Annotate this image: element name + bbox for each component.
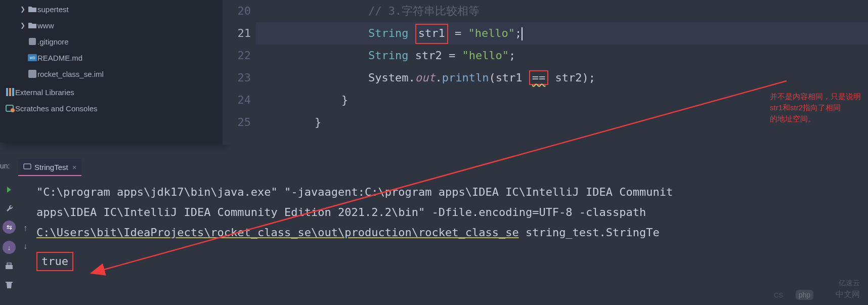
console-output: true: [36, 252, 73, 271]
tree-item-iml[interactable]: rocket_class_se.iml: [0, 66, 223, 82]
code-line: String str1 = "hello";: [256, 22, 868, 45]
console-line: "C:\program apps\jdk17\bin\java.exe" "-j…: [36, 182, 868, 202]
svg-point-8: [11, 108, 15, 112]
step-button[interactable]: ⇆: [3, 221, 16, 234]
svg-rect-0: [29, 38, 36, 45]
tree-item-label: www: [37, 21, 54, 30]
line-number: 23: [223, 67, 251, 89]
tree-item-label: .gitignore: [37, 37, 69, 46]
svg-rect-9: [24, 164, 31, 169]
run-toolbar: ⇆ ↓ ↑ ↓: [0, 179, 28, 305]
library-icon: [5, 88, 15, 96]
project-tree: ❯ supertest ❯ www .gitignore MD README.m…: [0, 0, 223, 143]
line-number: 20: [223, 0, 251, 22]
iml-icon: [27, 70, 37, 78]
svg-rect-4: [6, 88, 8, 96]
tree-item-gitignore[interactable]: .gitignore: [0, 33, 223, 50]
code-line: System.out.println(str1 == str2);: [256, 67, 868, 89]
tree-item-label: supertest: [37, 5, 69, 14]
svg-rect-5: [9, 88, 11, 96]
wrench-button[interactable]: [2, 202, 16, 213]
console-line: C:\Users\bit\IdeaProjects\rocket_class_s…: [36, 223, 868, 243]
delete-button[interactable]: [2, 279, 16, 290]
print-button[interactable]: [2, 261, 16, 272]
code-editor[interactable]: 20 21 22 23 24 25 // 3.字符串比较相等 String st…: [223, 0, 868, 145]
scratches-icon: [5, 104, 15, 112]
folder-icon: [27, 22, 37, 29]
line-number: 24: [223, 89, 251, 111]
code-line: String str2 = "hello";: [256, 45, 868, 67]
run-tab-stringtest[interactable]: StringTest ×: [18, 159, 81, 176]
svg-text:MD: MD: [30, 56, 35, 60]
run-toolwindow-label: un:: [0, 162, 16, 170]
line-gutter: 20 21 22 23 24 25: [223, 0, 256, 145]
svg-rect-11: [7, 263, 11, 265]
text-caret: [522, 27, 523, 40]
tree-item-label: Scratches and Consoles: [15, 104, 98, 113]
code-line: // 3.字符串比较相等: [256, 0, 868, 22]
line-number: 25: [223, 111, 251, 134]
git-icon: [27, 37, 37, 46]
tree-external-libraries[interactable]: External Libraries: [0, 84, 223, 100]
markdown-icon: MD: [27, 54, 37, 61]
chevron-right-icon: ❯: [18, 22, 27, 29]
close-icon[interactable]: ×: [72, 163, 77, 171]
tree-item-www[interactable]: ❯ www: [0, 17, 223, 33]
tree-item-label: README.md: [37, 54, 82, 62]
run-console[interactable]: "C:\program apps\jdk17\bin\java.exe" "-j…: [36, 182, 868, 305]
line-number: 21: [223, 22, 251, 45]
tree-item-supertest[interactable]: ❯ supertest: [0, 1, 223, 17]
tree-item-label: rocket_class_se.iml: [37, 70, 104, 78]
watermark: 中文网: [836, 289, 860, 300]
scroll-up-button[interactable]: ↑: [18, 223, 32, 234]
console-line: apps\IDEA IC\IntelliJ IDEA Community Edi…: [36, 202, 868, 223]
run-config-icon: [23, 163, 31, 171]
classpath-link[interactable]: C:\Users\bit\IdeaProjects\rocket_class_s…: [36, 226, 519, 239]
rerun-button[interactable]: [2, 184, 16, 195]
svg-rect-6: [12, 88, 14, 96]
tree-item-label: External Libraries: [15, 88, 74, 97]
scroll-down-button[interactable]: ↓: [18, 241, 32, 252]
code-annotation: 并不是内容相同，只是说明str1和str2指向了相同 的地址空间。: [770, 91, 868, 124]
watermark: php: [796, 290, 813, 300]
chevron-right-icon: ❯: [18, 6, 27, 13]
download-button[interactable]: ↓: [3, 241, 16, 254]
folder-icon: [27, 6, 37, 13]
svg-rect-3: [28, 70, 36, 78]
line-number: 22: [223, 45, 251, 67]
watermark: CS: [774, 291, 783, 299]
watermark: 亿速云: [839, 279, 860, 288]
svg-rect-10: [6, 265, 13, 269]
run-tab-label: StringTest: [34, 163, 68, 171]
tree-item-readme[interactable]: MD README.md: [0, 50, 223, 66]
tree-scratches[interactable]: Scratches and Consoles: [0, 100, 223, 116]
